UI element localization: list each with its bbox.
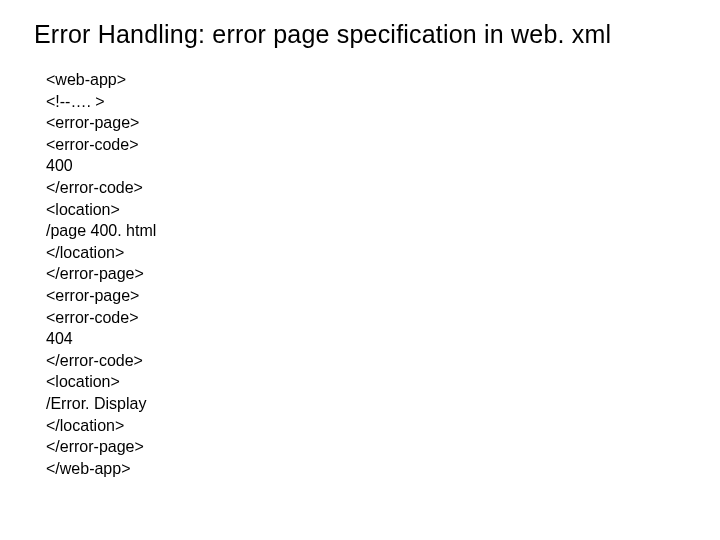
slide-container: Error Handling: error page specification… [0, 0, 720, 499]
code-line: <location> [46, 199, 686, 221]
code-line: <error-page> [46, 112, 686, 134]
code-line: <error-code> [46, 307, 686, 329]
code-line: <!--…. > [46, 91, 686, 113]
code-line: 400 [46, 155, 686, 177]
code-line: <error-page> [46, 285, 686, 307]
code-block: <web-app> <!--…. > <error-page> <error-c… [46, 69, 686, 479]
code-line: </web-app> [46, 458, 686, 480]
code-line: </error-page> [46, 263, 686, 285]
slide-title: Error Handling: error page specification… [34, 20, 686, 49]
code-line: 404 [46, 328, 686, 350]
code-line: </location> [46, 415, 686, 437]
code-line: </error-code> [46, 350, 686, 372]
code-line: </error-page> [46, 436, 686, 458]
code-line: </location> [46, 242, 686, 264]
code-line: </error-code> [46, 177, 686, 199]
code-line: /page 400. html [46, 220, 686, 242]
code-line: <location> [46, 371, 686, 393]
code-line: <web-app> [46, 69, 686, 91]
code-line: /Error. Display [46, 393, 686, 415]
code-line: <error-code> [46, 134, 686, 156]
